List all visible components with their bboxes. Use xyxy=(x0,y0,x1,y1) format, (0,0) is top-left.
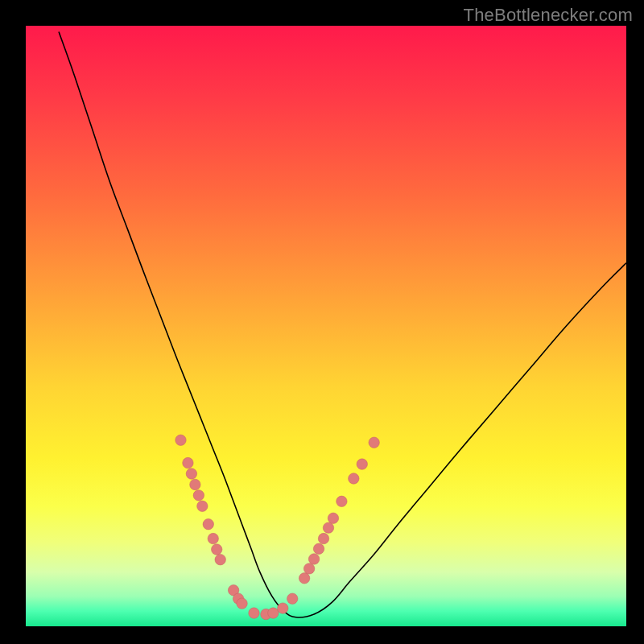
curve-marker xyxy=(249,608,259,618)
curve-marker xyxy=(328,513,338,523)
chart-frame: TheBottlenecker.com xyxy=(0,0,644,644)
watermark-text: TheBottlenecker.com xyxy=(464,5,633,26)
curve-marker xyxy=(186,469,196,479)
curve-marker xyxy=(175,435,186,445)
curve-marker xyxy=(369,437,379,448)
curve-marker xyxy=(318,533,328,543)
curve-marker xyxy=(215,554,225,564)
curve-marker xyxy=(308,554,319,564)
plot-svg xyxy=(26,26,626,626)
curve-marker xyxy=(299,573,309,584)
curve-marker xyxy=(203,518,213,529)
curve-marker xyxy=(193,490,204,501)
curve-marker xyxy=(268,608,279,618)
curve-marker xyxy=(323,522,333,533)
curve-marker xyxy=(303,564,314,574)
curve-marker xyxy=(190,479,200,489)
curve-marker xyxy=(336,496,347,506)
curve-marker xyxy=(197,501,208,511)
curve-marker xyxy=(349,473,359,484)
curve-marker xyxy=(278,603,288,613)
curve-marker xyxy=(212,544,222,555)
curve-marker xyxy=(357,459,367,469)
curve-marker xyxy=(183,457,193,468)
curve-marker xyxy=(287,593,298,604)
curve-marker xyxy=(237,598,247,609)
curve-marker xyxy=(208,533,218,543)
plot-area xyxy=(26,26,626,626)
curve-marker xyxy=(313,543,324,554)
